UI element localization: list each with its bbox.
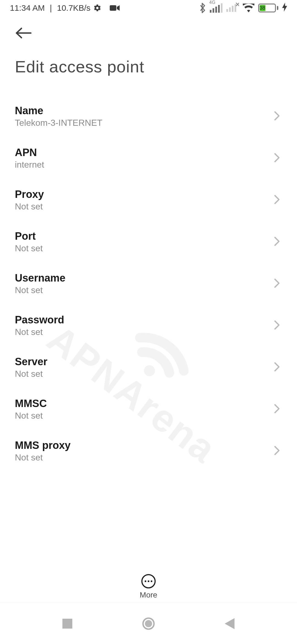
status-separator: |	[48, 3, 54, 13]
status-bar-right: 4G 38	[199, 2, 287, 14]
item-value: Not set	[15, 285, 65, 295]
svg-point-16	[145, 620, 152, 627]
video-camera-icon	[110, 0, 123, 30]
more-button-label: More	[140, 591, 157, 599]
chevron-right-icon	[274, 195, 282, 206]
apn-item-username[interactable]: Username Not set	[15, 263, 282, 305]
apn-settings-list[interactable]: APNArena Name Telekom-3-INTERNET APN int…	[0, 76, 297, 624]
item-label: Name	[15, 105, 102, 117]
nav-recents-button[interactable]	[62, 619, 72, 629]
chevron-right-icon	[274, 278, 282, 289]
item-label: Username	[15, 272, 65, 284]
page-title: Edit access point	[15, 57, 282, 76]
status-bar-left: 11:34 AM | 10.7KB/s	[10, 0, 123, 31]
apn-item-mms-proxy[interactable]: MMS proxy Not set	[15, 430, 282, 472]
svg-rect-3	[215, 7, 217, 13]
status-time: 11:34 AM	[10, 3, 45, 13]
item-label: Port	[15, 230, 43, 242]
network-type-badge: 4G	[209, 0, 215, 5]
svg-rect-2	[213, 8, 214, 13]
apn-item-proxy[interactable]: Proxy Not set	[15, 179, 282, 221]
wifi-icon	[243, 4, 254, 12]
nav-home-button[interactable]	[142, 617, 155, 630]
battery-percent-text: 38	[260, 5, 265, 11]
status-bar: 11:34 AM | 10.7KB/s 4G 38	[0, 0, 297, 16]
square-icon	[62, 619, 72, 629]
signal-sim1-icon: 4G	[210, 3, 222, 13]
item-value: Telekom-3-INTERNET	[15, 118, 102, 128]
item-label: Password	[15, 314, 64, 326]
item-label: Server	[15, 356, 47, 368]
bluetooth-icon	[199, 3, 206, 13]
chevron-right-icon	[274, 111, 282, 122]
svg-rect-5	[221, 3, 222, 13]
item-value: Not set	[15, 243, 43, 253]
item-value: Not set	[15, 369, 47, 379]
battery-indicator: 38	[258, 4, 278, 12]
signal-sim2-no-service-icon	[226, 2, 239, 14]
arrow-left-icon	[15, 27, 32, 39]
more-button[interactable]	[141, 574, 156, 588]
item-label: MMS proxy	[15, 440, 71, 451]
item-label: APN	[15, 147, 44, 159]
chevron-right-icon	[274, 153, 282, 164]
chevron-right-icon	[274, 320, 282, 331]
item-value: Not set	[15, 452, 71, 463]
chevron-right-icon	[274, 236, 282, 247]
svg-rect-14	[62, 619, 72, 629]
svg-rect-9	[235, 4, 236, 12]
status-data-rate: 10.7KB/s	[57, 3, 90, 13]
svg-rect-6	[226, 9, 228, 12]
svg-rect-8	[232, 6, 233, 12]
chevron-right-icon	[274, 446, 282, 457]
item-value: internet	[15, 160, 44, 170]
item-value: Not set	[15, 411, 47, 421]
apn-item-mmsc[interactable]: MMSC Not set	[15, 388, 282, 430]
svg-rect-1	[210, 10, 211, 13]
bottom-action-bar: More	[0, 574, 297, 599]
apn-item-apn[interactable]: APN internet	[15, 137, 282, 179]
svg-rect-4	[218, 5, 220, 13]
chevron-right-icon	[274, 404, 282, 415]
svg-rect-0	[110, 5, 116, 11]
charging-icon	[282, 2, 287, 14]
triangle-left-icon	[225, 618, 235, 629]
more-dots-icon	[145, 580, 152, 582]
svg-rect-7	[229, 7, 231, 12]
apn-item-password[interactable]: Password Not set	[15, 305, 282, 346]
item-label: MMSC	[15, 398, 47, 410]
apn-item-port[interactable]: Port Not set	[15, 221, 282, 263]
system-navigation-bar	[0, 603, 297, 644]
item-value: Not set	[15, 201, 44, 212]
chevron-right-icon	[274, 362, 282, 373]
apn-item-server[interactable]: Server Not set	[15, 346, 282, 388]
apn-item-name[interactable]: Name Telekom-3-INTERNET	[15, 95, 282, 137]
item-value: Not set	[15, 327, 64, 337]
item-label: Proxy	[15, 189, 44, 200]
circle-icon	[142, 617, 155, 630]
gear-icon	[93, 0, 107, 31]
nav-back-button[interactable]	[225, 618, 235, 629]
